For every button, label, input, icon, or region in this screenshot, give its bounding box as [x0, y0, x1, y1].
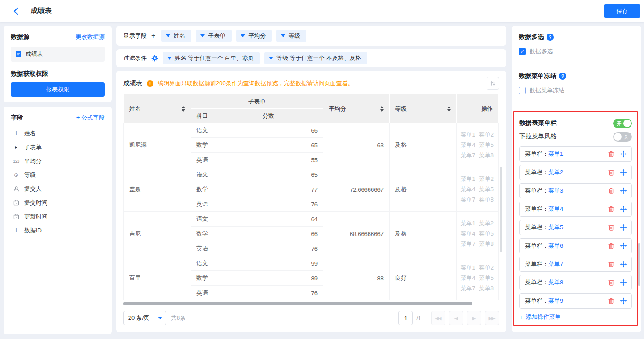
row-action-link[interactable]: 菜单2: [479, 175, 494, 183]
move-icon[interactable]: [620, 242, 627, 249]
filter-chip-grade[interactable]: 等级 等于任意一个 不及格、及格: [264, 52, 367, 64]
sort-caret-icon[interactable]: [182, 106, 185, 112]
row-action-link[interactable]: 菜单5: [479, 185, 494, 193]
row-action-link[interactable]: 菜单4: [461, 185, 475, 193]
filter-chip-name[interactable]: 姓名 等于任意一个 百里、彩页: [163, 52, 260, 64]
menu-item-row[interactable]: 菜单栏：菜单3: [519, 183, 632, 198]
field-item-average[interactable]: 123平均分: [11, 154, 105, 168]
move-icon[interactable]: [620, 150, 627, 158]
save-button[interactable]: 保存: [604, 4, 640, 18]
pagination-prev-button[interactable]: ◀: [449, 311, 463, 325]
row-action-link[interactable]: 菜单4: [461, 274, 475, 282]
menu-item-name-link[interactable]: 菜单5: [548, 224, 563, 231]
field-item-update-time[interactable]: 更新时间: [11, 210, 105, 223]
gear-icon[interactable]: [151, 55, 158, 62]
table-row[interactable]: 凯尼深 语文 66 63 及格 菜单1菜单2 菜单4菜单5 菜单7菜单8: [124, 123, 499, 138]
row-action-link[interactable]: 菜单4: [461, 141, 475, 149]
trash-icon[interactable]: [608, 187, 614, 194]
column-header-grade[interactable]: 等级: [390, 94, 457, 123]
back-button[interactable]: [11, 6, 21, 16]
help-icon[interactable]: ?: [547, 34, 554, 41]
move-icon[interactable]: [620, 206, 627, 213]
table-row[interactable]: 吉尼 语文 64 68.66666667 及格 菜单1菜单2 菜单4菜单5 菜单…: [124, 212, 499, 227]
row-action-link[interactable]: 菜单1: [461, 264, 475, 272]
horizontal-scrollbar[interactable]: [123, 302, 472, 305]
row-action-link[interactable]: 菜单8: [479, 284, 494, 292]
row-action-link[interactable]: 菜单7: [461, 151, 475, 159]
page-title[interactable]: 成绩表: [30, 6, 52, 18]
trash-icon[interactable]: [608, 150, 614, 158]
field-item-data-id[interactable]: I数据ID: [11, 223, 105, 237]
menu-item-row[interactable]: 菜单栏：菜单5: [519, 220, 632, 235]
field-item-subform[interactable]: ▸子表单: [11, 140, 105, 154]
menu-item-name-link[interactable]: 菜单3: [548, 187, 563, 194]
move-icon[interactable]: [620, 187, 627, 194]
row-action-link[interactable]: 菜单7: [461, 284, 475, 292]
trash-icon[interactable]: [608, 297, 614, 305]
table-row[interactable]: 盖聂 语文 65 72.66666667 及格 菜单1菜单2 菜单4菜单5 菜单…: [124, 167, 499, 182]
move-icon[interactable]: [620, 297, 627, 305]
trash-icon[interactable]: [608, 242, 614, 249]
row-action-link[interactable]: 菜单5: [479, 230, 494, 238]
multi-select-checkbox[interactable]: ✓: [519, 48, 526, 55]
menu-item-name-link[interactable]: 菜单2: [548, 169, 563, 176]
menu-item-name-link[interactable]: 菜单7: [548, 261, 563, 267]
pagination-last-button[interactable]: ▶▶: [485, 311, 499, 325]
field-item-submitter[interactable]: 提交人: [11, 182, 105, 196]
field-item-grade[interactable]: ⊙等级: [11, 168, 105, 182]
menu-item-row[interactable]: 菜单栏：菜单7: [519, 257, 632, 272]
add-formula-field-link[interactable]: + 公式字段: [76, 114, 105, 122]
panel-scrollbar[interactable]: [638, 243, 640, 286]
menu-item-row[interactable]: 菜单栏：菜单8: [519, 275, 632, 290]
add-display-field-button[interactable]: +: [151, 32, 155, 40]
datasource-item[interactable]: 成绩表: [11, 47, 105, 62]
menu-item-name-link[interactable]: 菜单6: [548, 242, 563, 249]
row-action-link[interactable]: 菜单8: [479, 240, 494, 248]
move-icon[interactable]: [620, 261, 627, 268]
report-permission-button[interactable]: 报表权限: [11, 82, 105, 97]
field-item-submit-time[interactable]: 提交时间: [11, 196, 105, 210]
row-action-link[interactable]: 菜单5: [479, 274, 494, 282]
menu-item-row[interactable]: 菜单栏：菜单4: [519, 202, 632, 217]
trash-icon[interactable]: [608, 279, 614, 286]
trash-icon[interactable]: [608, 224, 614, 231]
vertical-scrollbar[interactable]: [500, 167, 502, 252]
field-item-name[interactable]: I姓名: [11, 126, 105, 140]
menu-item-row[interactable]: 菜单栏：菜单9: [519, 293, 632, 309]
row-action-link[interactable]: 菜单8: [479, 151, 494, 159]
move-icon[interactable]: [620, 224, 627, 231]
page-size-select[interactable]: 20 条/页: [123, 311, 166, 325]
field-chip-grade[interactable]: 等级: [276, 30, 306, 42]
row-action-link[interactable]: 菜单2: [479, 264, 494, 272]
freeze-checkbox[interactable]: [519, 87, 526, 94]
sort-order-button[interactable]: [487, 77, 499, 90]
row-action-link[interactable]: 菜单7: [461, 196, 475, 204]
dropdown-style-toggle[interactable]: 关: [613, 132, 632, 142]
move-icon[interactable]: [620, 169, 627, 176]
trash-icon[interactable]: [608, 169, 614, 176]
help-icon[interactable]: ?: [559, 73, 566, 80]
column-header-average[interactable]: 平均分: [323, 94, 390, 123]
add-action-menu-link[interactable]: + 添加操作菜单: [519, 313, 561, 321]
menu-item-row[interactable]: 菜单栏：菜单1: [519, 146, 632, 162]
change-datasource-link[interactable]: 更改数据源: [76, 33, 105, 41]
column-header-name[interactable]: 姓名: [124, 94, 191, 123]
page-number-input[interactable]: 1: [398, 311, 413, 325]
menu-item-name-link[interactable]: 菜单1: [548, 150, 563, 157]
menu-item-name-link[interactable]: 菜单8: [548, 279, 563, 286]
menu-item-name-link[interactable]: 菜单9: [548, 297, 563, 304]
field-chip-subform[interactable]: 子表单: [196, 30, 232, 42]
row-action-link[interactable]: 菜单4: [461, 230, 475, 238]
move-icon[interactable]: [620, 279, 627, 286]
row-action-link[interactable]: 菜单8: [479, 196, 494, 204]
menu-item-row[interactable]: 菜单栏：菜单2: [519, 165, 632, 180]
menu-bar-toggle[interactable]: 开: [613, 119, 632, 128]
row-action-link[interactable]: 菜单1: [461, 219, 475, 227]
trash-icon[interactable]: [608, 206, 614, 213]
trash-icon[interactable]: [608, 261, 614, 268]
sort-caret-icon[interactable]: [380, 106, 384, 112]
field-chip-name[interactable]: 姓名: [161, 30, 191, 42]
sort-caret-icon[interactable]: [447, 106, 451, 112]
menu-item-name-link[interactable]: 菜单4: [548, 206, 563, 212]
row-action-link[interactable]: 菜单2: [479, 131, 494, 139]
